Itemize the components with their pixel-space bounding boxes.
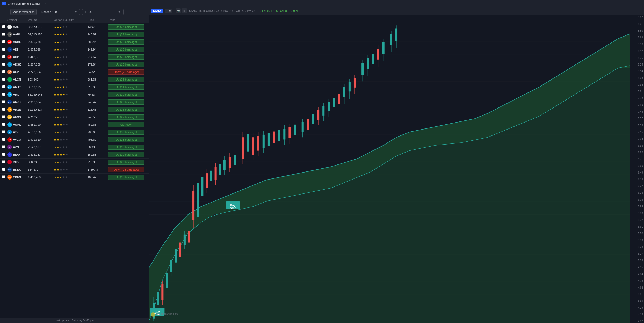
table-row[interactable]: AE AEP 2,728,354 ★★★★★ 94.32 Down (25 ba…: [0, 68, 149, 76]
star-icon: ★: [60, 108, 62, 111]
table-row[interactable]: AD ADI 2,874,098 ★★★★★ 149.94 Up (13 bar…: [0, 46, 149, 53]
row-checkbox[interactable]: [2, 153, 5, 156]
star-icon: ★: [57, 85, 59, 89]
main-layout: Add to Watchlist Nasdaq 100 ▼ 1 Hour ▼ S…: [0, 7, 644, 323]
star-icon: ★: [65, 48, 68, 51]
row-checkbox[interactable]: [2, 78, 5, 81]
star-icon: ★: [62, 138, 65, 141]
chart-tool-camera[interactable]: 📷: [176, 8, 181, 13]
row-checkbox[interactable]: [2, 40, 5, 43]
star-icon: ★: [57, 55, 59, 59]
row-checkbox[interactable]: [2, 25, 5, 28]
table-row[interactable]: CD CDNS 1,413,453 ★★★★★ 160.47 Up (18 ba…: [0, 174, 149, 181]
chart-tools: 📷 ⊞: [176, 8, 187, 13]
star-icon: ★: [60, 116, 62, 119]
row-checkbox[interactable]: [2, 168, 5, 171]
table-row[interactable]: AZ AZN 7,540,027 ★★★★★ 66.98 Up (15 bars…: [0, 143, 149, 151]
star-icon: ★: [62, 40, 65, 44]
star-icon: ★: [60, 93, 62, 96]
row-checkbox[interactable]: [2, 138, 5, 141]
symbol-cell: AA AAPL: [7, 32, 28, 37]
stock-logo: AM: [7, 85, 12, 89]
stars-container: ★★★★★: [54, 168, 88, 171]
trend-badge-container: Up (New): [108, 122, 147, 127]
stock-logo: AM: [7, 107, 12, 112]
price-axis-label: 7.59: [631, 104, 643, 106]
row-checkbox[interactable]: [2, 85, 5, 88]
price-text: 1769.48: [88, 168, 108, 171]
row-checkbox[interactable]: [2, 160, 5, 163]
row-checkbox[interactable]: [2, 63, 5, 66]
table-row[interactable]: AN ANSS 402,756 ★★★★★ 249.56 Up (22 bars…: [0, 113, 149, 121]
table-row[interactable]: AM AMD 86,749,248 ★★★★★ 79.33 Up (12 bar…: [0, 91, 149, 98]
table-row[interactable]: AD ADSK 1,267,208 ★★★★★ 179.84 Up (13 ba…: [0, 61, 149, 68]
table-row[interactable]: BI BIIB 860,290 ★★★★★ 218.86 Up (29 bars…: [0, 159, 149, 166]
star-icon: ★: [60, 70, 62, 74]
star-icon: ★: [60, 168, 62, 171]
stars-container: ★★★★★: [54, 131, 88, 134]
star-icon: ★: [54, 161, 56, 164]
row-checkbox[interactable]: [2, 130, 5, 133]
stars-container: ★★★★★: [54, 48, 88, 51]
table-row[interactable]: BK BKNG 364,270 ★★★★★ 1769.48 Down (18 b…: [0, 166, 149, 174]
stock-logo: AS: [7, 122, 12, 127]
price-axis-label: 5.61: [631, 225, 643, 228]
star-icon: ★: [54, 70, 56, 74]
table-row[interactable]: AA AAL 33,879,510 ★★★★★ 13.97 Up (24 bar…: [0, 23, 149, 31]
table-row[interactable]: AS ASML 1,581,790 ★★★★★ 452.65 Up (New): [0, 121, 149, 128]
filter-icon[interactable]: [2, 9, 8, 15]
table-row[interactable]: AT ATVI 4,183,966 ★★★★★ 78.16 Up (89 bar…: [0, 128, 149, 136]
trend-badge: Down (25 bars ago): [108, 69, 144, 75]
price-text: 248.47: [88, 101, 108, 104]
table-row[interactable]: AM AMAT 8,119,975 ★★★★★ 91.19 Up (11 bar…: [0, 83, 149, 91]
price-text: 146.87: [88, 33, 108, 36]
star-icon: ★: [54, 55, 56, 59]
price-axis-label: 7.15: [631, 131, 643, 134]
symbol-cell: AM AMZN: [7, 107, 28, 112]
close-button[interactable]: ×: [43, 2, 47, 5]
row-checkbox[interactable]: [2, 48, 5, 51]
table-row[interactable]: AM AMZN 62,920,614 ★★★★★ 115.45 Up (25 b…: [0, 106, 149, 113]
table-row[interactable]: AM AMGN 2,918,364 ★★★★★ 248.47 Up (20 ba…: [0, 98, 149, 106]
price-axis-label: 4.51: [631, 293, 643, 296]
trend-header: Trend: [108, 18, 147, 21]
star-icon: ★: [54, 48, 56, 51]
svg-rect-89: [307, 119, 309, 130]
row-checkbox[interactable]: [2, 175, 5, 178]
table-row[interactable]: AL ALGN 803,249 ★★★★★ 261.38 Up (25 bars…: [0, 76, 149, 83]
price-text: 498.69: [88, 138, 108, 141]
row-checkbox[interactable]: [2, 93, 5, 96]
table-row[interactable]: AV AVGO 1,971,610 ★★★★★ 498.69 Up (13 ba…: [0, 136, 149, 143]
symbol-text: CDNS: [13, 176, 21, 179]
stars-container: ★★★★★: [54, 33, 88, 36]
price-axis-label: 5.94: [631, 205, 643, 208]
price-axis-label: 6.93: [631, 144, 643, 147]
trend-badge: Up (89 bars ago): [108, 130, 144, 135]
hour-dropdown[interactable]: 1 Hour ▼: [82, 9, 124, 15]
stock-logo: AN: [7, 115, 12, 119]
chart-header: SANA 1hr 📷 ⊞ SANA BIOTECHNOLOGY INC · 1h…: [149, 7, 644, 15]
row-checkbox[interactable]: [2, 33, 5, 36]
row-checkbox[interactable]: [2, 108, 5, 111]
star-icon: ★: [54, 153, 56, 156]
star-icon: ★: [60, 40, 62, 44]
trend-badge: Up (20 bars ago): [108, 54, 144, 60]
star-icon: ★: [60, 85, 62, 89]
table-row[interactable]: BI BIDU 2,396,133 ★★★★★ 152.53 Up (12 ba…: [0, 151, 149, 159]
table-row[interactable]: AD ADP 1,442,391 ★★★★★ 217.67 Up (20 bar…: [0, 53, 149, 61]
star-icon: ★: [62, 153, 65, 156]
row-checkbox[interactable]: [2, 145, 5, 148]
row-checkbox[interactable]: [2, 115, 5, 118]
row-checkbox[interactable]: [2, 100, 5, 103]
row-checkbox[interactable]: [2, 70, 5, 73]
chart-tool-expand[interactable]: ⊞: [182, 8, 187, 13]
table-row[interactable]: AD ADBE 2,306,238 ★★★★★ 389.44 Up (23 ba…: [0, 38, 149, 46]
add-to-watchlist-button[interactable]: Add to Watchlist: [10, 9, 37, 15]
star-icon: ★: [60, 78, 62, 81]
table-row[interactable]: AA AAPL 69,013,158 ★★★★★ 146.87 Up (22 b…: [0, 31, 149, 38]
nasdaq-dropdown[interactable]: Nasdaq 100 ▼: [39, 9, 80, 15]
row-checkbox[interactable]: [2, 123, 5, 126]
star-icon: ★: [57, 78, 59, 81]
row-checkbox[interactable]: [2, 55, 5, 58]
price-text: 261.38: [88, 78, 108, 81]
